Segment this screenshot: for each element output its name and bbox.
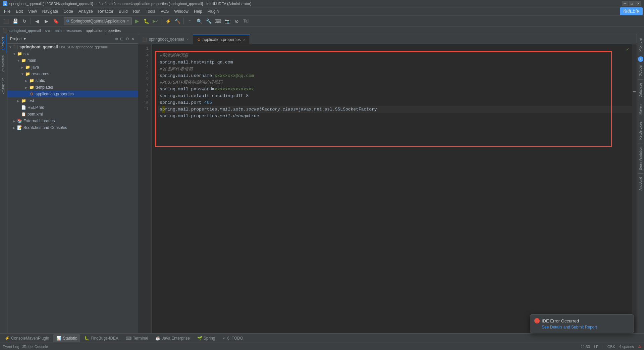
toolbar-save-btn[interactable]: 💾 [11, 17, 19, 26]
bottom-tab-findbugs[interactable]: 🐛 FindBugs-IDEA [81, 334, 122, 342]
bottom-tab-label-findbugs: FindBugs-IDEA [91, 336, 118, 341]
upload-button[interactable]: 拖拽上传 [620, 7, 643, 15]
tab-label-springboot: springboot_qqemail [149, 37, 184, 42]
toolbar-back-btn[interactable]: ◀ [33, 17, 41, 26]
menu-refactor[interactable]: Refactor [96, 7, 116, 15]
maximize-button[interactable]: □ [629, 1, 635, 6]
code-content[interactable]: #配置邮件消息 spring.mail.host=smtp.qq.com #发送… [152, 44, 632, 333]
tree-icon-root: ⬛ [13, 44, 18, 50]
bottom-tab-icon-spring: 🌱 [197, 336, 202, 341]
status-linesep[interactable]: LF [594, 345, 598, 349]
toolbar-sync-btn[interactable]: ↻ [20, 17, 29, 26]
status-time[interactable]: 11:33 [581, 345, 590, 349]
editor-scrollbar[interactable] [632, 44, 637, 333]
menu-run[interactable]: Run [130, 7, 143, 15]
right-panel-bean-validation[interactable]: Bean Validation [638, 145, 643, 172]
title-bar: IJ springboot_qqemail [H:\CSDN\springboo… [0, 0, 644, 7]
tree-item-static[interactable]: ▶ 📁 static [7, 77, 138, 84]
status-encoding[interactable]: GBK [607, 345, 615, 349]
error-notification-header: ! IDE Error Occurred [534, 318, 630, 323]
bottom-tab-statistic[interactable]: 📊 Statistic [53, 334, 80, 342]
tab-appprops[interactable]: ⚙ application.properties ✕ [193, 35, 250, 44]
tree-item-appprops[interactable]: ⚙ application.properties [7, 91, 138, 97]
tree-item-test[interactable]: ▶ 📁 test [7, 97, 138, 104]
tree-arrow-static: ▶ [25, 79, 29, 83]
tab-springboot[interactable]: ⬛ springboot_qqemail ✕ [138, 35, 193, 44]
menu-build[interactable]: Build [116, 7, 130, 15]
bottom-tab-todo[interactable]: ✓ 6: TODO [219, 334, 247, 342]
sidebar-add-icon[interactable]: ⊕ [114, 36, 119, 42]
menu-analyze[interactable]: Analyze [76, 7, 96, 15]
right-panel-ant-build[interactable]: Ant Build [638, 175, 643, 192]
tree-label-scratches: Scratches and Consoles [23, 125, 67, 130]
tree-item-scratches[interactable]: ▶ 📝 Scratches and Consoles [7, 124, 138, 131]
tree-arrow-main: ▼ [17, 59, 21, 62]
breadcrumb-main[interactable]: main [54, 29, 62, 33]
run-config-dropdown[interactable]: ⚙ SpringbootQqemailApplication ▼ [64, 17, 132, 25]
tree-item-root[interactable]: ▼ ⬛ springboot_qqemail H:\CSDN\springboo… [7, 44, 138, 50]
status-jrebel[interactable]: JRebel Console [22, 345, 48, 349]
right-panel-xcoder-icon[interactable]: X [638, 56, 643, 62]
toolbar-profile-btn[interactable]: ⚡ [164, 17, 172, 26]
sidebar-gear-icon[interactable]: ⚙ [125, 36, 130, 42]
menu-window[interactable]: Window [171, 7, 191, 15]
menu-vcs[interactable]: VCS [158, 7, 172, 15]
menu-plugin[interactable]: Plugin [205, 7, 221, 15]
breadcrumb-src[interactable]: src [45, 29, 50, 33]
status-event-log[interactable]: Event Log [3, 345, 19, 349]
right-panel-database[interactable]: Database [638, 81, 643, 99]
right-panel-maven[interactable]: Maven [638, 102, 643, 117]
menu-navigate[interactable]: Navigate [40, 7, 61, 15]
tree-item-java[interactable]: ▶ 📁 java [7, 64, 138, 71]
toolbar-project-icon[interactable]: ⬛ [1, 17, 10, 26]
toolbar-terminal-btn[interactable]: ⌨ [214, 17, 222, 26]
breadcrumb-project[interactable]: springboot_qqemail [9, 29, 41, 33]
toolbar-vcs-btn[interactable]: ↑ [185, 17, 194, 26]
sidebar-collapse-icon[interactable]: ⊟ [119, 36, 124, 42]
menu-view[interactable]: View [25, 7, 40, 15]
toolbar-settings-btn[interactable]: 🔧 [204, 17, 213, 26]
menu-edit[interactable]: Edit [13, 7, 25, 15]
right-panel-promoter[interactable]: Promoter [638, 36, 643, 53]
bottom-tab-console[interactable]: ⚡ ConsoleMavenPlugin [1, 334, 52, 342]
sidebar-tab-structure[interactable]: Z:Structure [1, 75, 6, 97]
bottom-tab-terminal[interactable]: ⌨ Terminal [122, 334, 151, 342]
tree-item-pomxml[interactable]: 📋 pom.xml [7, 111, 138, 118]
toolbar-search-btn[interactable]: 🔍 [195, 17, 204, 26]
error-notification-link[interactable]: See Details and Submit Report [534, 325, 597, 330]
tree-item-resources[interactable]: ▼ 📁 resources [7, 71, 138, 77]
tab-close-appprops[interactable]: ✕ [243, 38, 246, 42]
toolbar-camera-btn[interactable]: 📷 [223, 17, 232, 26]
toolbar-forward-btn[interactable]: ▶ [42, 17, 51, 26]
run-button[interactable]: ▶ [132, 17, 141, 26]
run-with-coverage-btn[interactable]: ▶✓ [151, 17, 160, 26]
tree-item-src[interactable]: ▼ 📁 src [7, 50, 138, 57]
tree-item-main[interactable]: ▼ 📁 main [7, 57, 138, 64]
debug-button[interactable]: 🐛 [142, 17, 151, 26]
tab-close-springboot[interactable]: ✕ [186, 38, 189, 41]
right-panel-retservices[interactable]: RetServices [638, 120, 643, 142]
status-indent[interactable]: 4 spaces [619, 345, 634, 349]
bottom-tab-javaent[interactable]: ☕ Java Enterprise [152, 334, 193, 342]
menu-file[interactable]: File [1, 7, 13, 15]
toolbar-build-btn[interactable]: 🔨 [173, 17, 182, 26]
sidebar-close-icon[interactable]: ✕ [130, 36, 135, 42]
bottom-tab-spring[interactable]: 🌱 Spring [194, 334, 219, 342]
right-panel-xcoder[interactable]: XCoder [638, 62, 643, 78]
menu-tools[interactable]: Tools [143, 7, 158, 15]
tree-item-extlibs[interactable]: ▶ 📚 External Libraries [7, 118, 138, 124]
toolbar-bookmark-btn[interactable]: 🔖 [51, 17, 60, 26]
toolbar-power-btn[interactable]: ⊘ [232, 17, 241, 26]
minimize-button[interactable]: ─ [622, 1, 628, 6]
menu-code[interactable]: Code [61, 7, 76, 15]
breadcrumb-resources[interactable]: resources [66, 29, 82, 33]
tree-item-templates[interactable]: ▶ 📁 templates [7, 84, 138, 91]
close-button[interactable]: ✕ [635, 1, 641, 6]
menu-help[interactable]: Help [191, 7, 205, 15]
sidebar-tab-favorites[interactable]: 2:Favorites [1, 53, 6, 75]
breadcrumb-file[interactable]: application.properties [86, 29, 121, 33]
tree-item-helpmd[interactable]: 📄 HELP.md [7, 104, 138, 111]
code-editor[interactable]: 1 2 3 4 5 6 7 8 9 10 11 [138, 44, 637, 333]
sidebar-tab-project[interactable]: 1:Project [1, 34, 6, 53]
error-notification-title: IDE Error Occurred [542, 318, 579, 323]
